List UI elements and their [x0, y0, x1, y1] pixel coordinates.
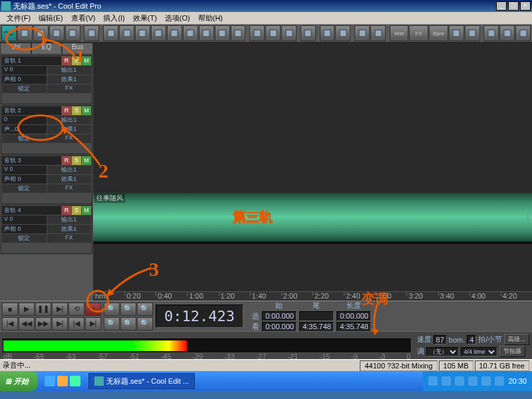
next-cue-button[interactable]: ▶| [85, 317, 101, 331]
output-button[interactable]: 输出1 [47, 215, 92, 224]
fx-button[interactable]: 效果1 [47, 225, 92, 233]
pan-field[interactable]: 声相 0 [2, 175, 47, 184]
file-new-button[interactable] [17, 25, 33, 41]
pause-button[interactable]: ❚❚ [35, 303, 51, 316]
zoom-sel-l-button[interactable]: 🔍 [120, 317, 136, 331]
play-hidden-button[interactable] [370, 25, 386, 41]
record-arm-button[interactable]: R [62, 57, 71, 65]
zoom-sel-button[interactable]: 🔍 [104, 317, 120, 331]
tray-icon[interactable] [468, 376, 477, 386]
solo-button[interactable]: S [72, 206, 81, 215]
fx-rack-button[interactable]: FX [47, 234, 92, 243]
crossfade-button[interactable] [183, 25, 198, 41]
menu-item[interactable]: 插入(I) [99, 12, 128, 24]
play-loop-button[interactable]: ⟲ [68, 303, 84, 316]
sel-value[interactable] [299, 311, 334, 321]
track-name[interactable]: 音轨 2 [2, 106, 61, 115]
view-tab-eq[interactable]: EQ [31, 43, 63, 55]
record-arm-button[interactable]: R [62, 156, 71, 165]
tray-icon[interactable] [442, 376, 451, 386]
lock-button[interactable] [135, 25, 150, 41]
align-l-button[interactable] [483, 25, 499, 41]
menu-item[interactable]: 文件(F) [3, 12, 35, 24]
tray-icon[interactable] [495, 376, 504, 386]
volume-field[interactable]: 0 [2, 116, 47, 124]
sel-value[interactable]: 0:00.000 [336, 311, 371, 321]
play-button[interactable]: ▶ [19, 303, 35, 316]
ffwd-button[interactable]: ▶▶ [35, 317, 51, 331]
level-meter[interactable]: dB-69-63-57-51-45-39-33-27-21-15-9-30 [3, 338, 412, 353]
file-save-all-button[interactable] [65, 25, 80, 41]
menu-item[interactable]: 编辑(E) [35, 12, 67, 24]
time-ruler[interactable]: hms0:200:401:001:201:402:002:202:403:003… [93, 291, 532, 301]
minimize-button[interactable]: _ [496, 1, 507, 11]
timesig-select[interactable]: 4/4 time [461, 347, 497, 356]
cue-button[interactable] [301, 25, 316, 41]
fx-button[interactable]: 效果1 [47, 75, 92, 84]
paste-button[interactable] [265, 25, 281, 41]
maximize-button[interactable]: □ [508, 1, 519, 11]
metronome-button[interactable]: 节拍器 [499, 346, 525, 357]
mute-button[interactable]: M [82, 156, 91, 165]
pan-field[interactable]: 声...0 [2, 125, 47, 134]
undo-button[interactable] [84, 25, 99, 41]
sel-value[interactable]: 4:35.748 [336, 322, 371, 332]
track-name[interactable]: 音轨 1 [2, 57, 61, 65]
stop-button[interactable]: ■ [2, 303, 18, 316]
punch-button[interactable] [167, 25, 182, 41]
advanced-button[interactable]: 高级... [504, 334, 529, 345]
end-button[interactable]: ▶| [52, 317, 68, 331]
lock-button[interactable]: 锁定 [2, 234, 47, 243]
zoom-in-button[interactable]: 🔍 [104, 303, 120, 316]
settings-button[interactable] [320, 25, 335, 41]
zoom-full-button[interactable]: 🔍 [137, 303, 153, 316]
tempo-value[interactable]: 87 [434, 335, 447, 344]
align-r-button[interactable] [515, 25, 531, 41]
zoom-sel-r-button[interactable]: 🔍 [137, 317, 153, 331]
fx-rack-button[interactable]: FX [47, 84, 92, 93]
rec-button[interactable]: ● [85, 303, 101, 316]
prev-cue-button[interactable]: |◀ [68, 317, 84, 331]
copy-button[interactable] [249, 25, 265, 41]
fx-button[interactable]: 效果1 [47, 175, 92, 184]
file-save-button[interactable] [49, 25, 65, 41]
sel-value[interactable]: 0:00.000 [262, 311, 297, 321]
output-button[interactable]: 输出1 [47, 116, 92, 124]
audio-clip[interactable]: 往事随风 [93, 193, 532, 241]
fx-rack-button[interactable]: FX [47, 134, 92, 143]
menu-item[interactable]: 帮助(H) [194, 12, 227, 24]
tray-clock[interactable]: 20:30 [508, 377, 527, 385]
volume-field[interactable]: V 0 [2, 166, 47, 174]
record-arm-button[interactable]: R [62, 106, 71, 115]
lock-button[interactable]: 锁定 [2, 84, 47, 93]
beats-value[interactable]: 4 [467, 335, 476, 344]
guide-button[interactable] [465, 25, 480, 41]
record-arm-button[interactable]: R [62, 206, 71, 215]
system-tray[interactable]: 20:30 [423, 371, 532, 391]
solo-button[interactable]: S [72, 57, 81, 65]
output-button[interactable]: 输出1 [47, 166, 92, 174]
bpm-button[interactable]: Bpm [429, 25, 448, 41]
file-open-button[interactable] [33, 25, 49, 41]
align-c-button[interactable] [499, 25, 515, 41]
zoom-out-button[interactable]: 🔍 [120, 303, 136, 316]
trim-button[interactable] [215, 25, 230, 41]
close-button[interactable]: × [520, 1, 531, 11]
volume-field[interactable]: V 0 [2, 215, 47, 224]
taskbar-item[interactable]: 无标题.ses* - Cool Edit ... [88, 373, 195, 389]
tray-icon[interactable] [428, 376, 438, 386]
mute-button[interactable]: M [82, 106, 91, 115]
edit-mode-button[interactable] [1, 25, 17, 41]
menu-item[interactable]: 选项(O) [161, 12, 194, 24]
lock-button[interactable]: 锁定 [2, 134, 47, 143]
view-tab-bus[interactable]: Bus [62, 43, 93, 55]
key-select[interactable]: （无） [426, 347, 459, 356]
fx-button[interactable]: FX [409, 25, 428, 41]
output-button[interactable]: 输出1 [47, 66, 92, 74]
pan-field[interactable]: 声相 0 [2, 75, 47, 84]
cut-button[interactable] [199, 25, 214, 41]
solo-button[interactable]: S [72, 106, 81, 115]
tools-button[interactable] [335, 25, 350, 41]
pan-field[interactable]: 声相 0 [2, 225, 47, 233]
rew-button[interactable]: ◀◀ [19, 317, 35, 331]
